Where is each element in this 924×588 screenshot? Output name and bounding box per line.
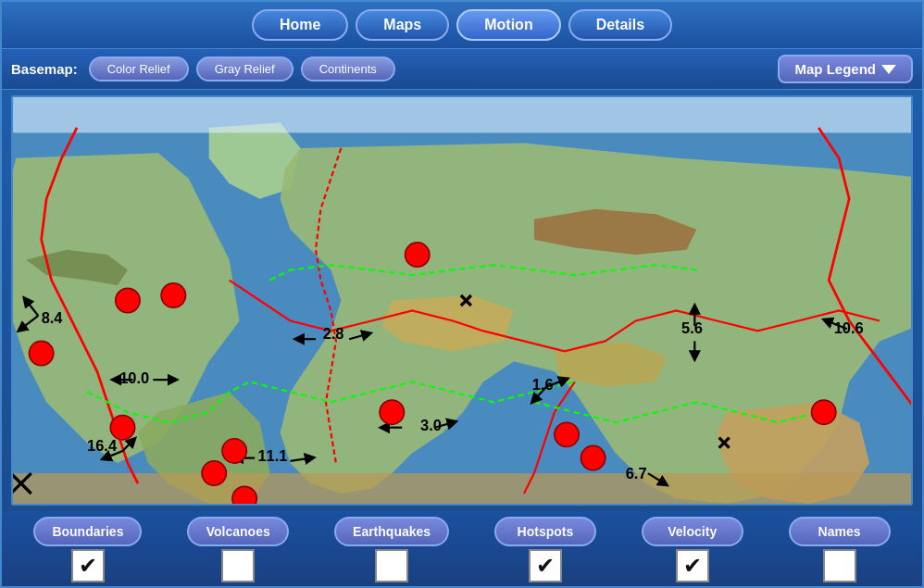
svg-text:2.8: 2.8: [323, 325, 344, 342]
bottom-item-names: Names: [789, 517, 891, 582]
hotspots-check-icon: ✔: [536, 553, 555, 579]
svg-line-14: [122, 441, 132, 451]
app-container: Home Maps Motion Details Basemap: Color …: [0, 0, 924, 588]
boundaries-checkbox[interactable]: ✔: [71, 549, 105, 582]
svg-text:3.0: 3.0: [420, 417, 442, 433]
map-area: 8.4 10.0 16.4 5.7 11.1 2.8 3.0 1.6 1.6 6…: [11, 95, 913, 506]
earthquakes-checkbox[interactable]: [375, 549, 408, 582]
svg-point-35: [29, 341, 53, 365]
earthquakes-button[interactable]: Earthquakes: [334, 517, 449, 546]
boundaries-check-icon: ✔: [79, 553, 97, 579]
map-legend-label: Map Legend: [794, 61, 876, 77]
svg-text:6.7: 6.7: [626, 465, 647, 482]
svg-line-24: [648, 473, 665, 483]
svg-point-39: [232, 486, 256, 504]
svg-text:16.4: 16.4: [87, 437, 118, 454]
svg-line-17: [349, 334, 368, 339]
svg-line-15: [291, 458, 311, 461]
svg-point-46: [812, 400, 836, 424]
svg-text:10.0: 10.0: [119, 369, 149, 386]
nav-home[interactable]: Home: [252, 9, 348, 41]
legend-arrow-icon: [881, 65, 896, 74]
basemap-color-relief[interactable]: Color Relief: [89, 56, 189, 81]
velocity-checkbox[interactable]: ✔: [676, 549, 709, 582]
basemap-gray-relief[interactable]: Gray Relief: [196, 56, 293, 81]
svg-point-33: [116, 288, 140, 312]
nav-details[interactable]: Details: [568, 9, 672, 41]
bottom-item-boundaries: Boundaries ✔: [33, 517, 142, 582]
nav-motion[interactable]: Motion: [456, 9, 560, 41]
map-overlay: 8.4 10.0 16.4 5.7 11.1 2.8 3.0 1.6 1.6 6…: [13, 97, 911, 504]
svg-point-32: [406, 243, 430, 267]
svg-text:10.6: 10.6: [834, 319, 864, 336]
names-button[interactable]: Names: [789, 517, 891, 546]
svg-point-36: [110, 416, 134, 440]
volcanoes-button[interactable]: Volcanoes: [187, 517, 289, 546]
bottom-item-earthquakes: Earthquakes: [334, 517, 449, 582]
bottom-bar: Boundaries ✔ Volcanoes Earthquakes Hotsp…: [2, 511, 922, 586]
volcanoes-checkbox[interactable]: [221, 549, 255, 582]
bottom-item-volcanoes: Volcanoes: [187, 517, 289, 582]
velocity-button[interactable]: Velocity: [642, 517, 743, 546]
svg-point-37: [202, 461, 226, 485]
velocity-check-icon: ✔: [683, 553, 702, 579]
hotspots-checkbox[interactable]: ✔: [529, 549, 562, 582]
svg-point-40: [380, 400, 404, 424]
svg-line-9: [21, 316, 39, 329]
svg-text:5.6: 5.6: [681, 319, 703, 336]
boundaries-button[interactable]: Boundaries: [33, 517, 142, 546]
svg-text:8.4: 8.4: [42, 309, 64, 326]
nav-maps[interactable]: Maps: [356, 9, 449, 41]
svg-text:1.6: 1.6: [532, 376, 554, 393]
basemap-bar: Basemap: Color Relief Gray Relief Contin…: [2, 48, 922, 90]
map-legend-button[interactable]: Map Legend: [778, 55, 913, 83]
svg-point-34: [161, 283, 185, 307]
names-checkbox[interactable]: [823, 549, 856, 582]
basemap-label: Basemap:: [11, 61, 78, 77]
svg-text:11.1: 11.1: [257, 447, 287, 464]
svg-point-38: [222, 439, 246, 463]
bottom-item-hotspots: Hotspots ✔: [494, 517, 596, 582]
svg-point-42: [581, 445, 605, 469]
svg-line-10: [26, 301, 38, 316]
top-nav: Home Maps Motion Details: [2, 2, 922, 48]
svg-point-41: [555, 422, 579, 446]
bottom-item-velocity: Velocity ✔: [642, 517, 743, 582]
basemap-continents[interactable]: Continents: [301, 56, 395, 81]
hotspots-button[interactable]: Hotspots: [494, 517, 596, 546]
